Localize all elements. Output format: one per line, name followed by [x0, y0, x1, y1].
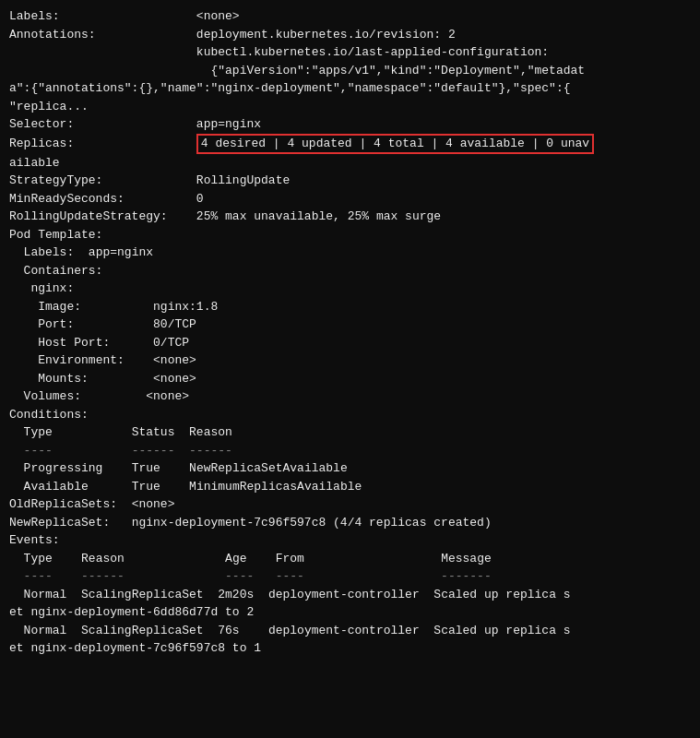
minready-label: MinReadySeconds:	[9, 192, 196, 206]
pod-labels-line: Labels: app=nginx	[9, 244, 691, 262]
env-value: <none>	[153, 353, 196, 367]
replicas-label: Replicas:	[9, 137, 196, 150]
replicas-cont-line: ailable	[9, 154, 691, 173]
port-label: Port:	[38, 317, 74, 331]
image-line: Image: nginx:1.8	[9, 298, 691, 316]
cond-progressing-status: True	[132, 461, 160, 475]
selector-value: app=nginx	[196, 117, 261, 131]
volumes-line: Volumes: <none>	[9, 387, 691, 406]
evt1-line: Normal ScalingReplicaSet 2m20s deploymen…	[9, 586, 691, 604]
evt2-line: Normal ScalingReplicaSet 76s deployment-…	[9, 622, 691, 640]
cond-available-status: True	[132, 480, 160, 494]
cond-progressing-type: Progressing	[24, 461, 103, 475]
cond-available-type: Available	[24, 480, 89, 494]
cond-header-line: Type Status Reason	[9, 423, 691, 442]
annotations-line-4: a":{"annotations":{},"name":"nginx-deplo…	[9, 79, 691, 98]
selector-label: Selector:	[9, 117, 196, 131]
volumes-label: Volumes:	[24, 389, 81, 403]
nginx-line: nginx:	[9, 280, 691, 298]
oldreplica-value: <none>	[132, 497, 175, 511]
evt-separator: ---- ------ ---- ---- -------	[24, 569, 492, 583]
containers-label: Containers:	[24, 264, 103, 278]
evt-message-header: Message	[441, 552, 492, 565]
labels-line: Labels: <none>	[9, 7, 691, 26]
terminal-output: Labels: <none> Annotations: deployment.k…	[0, 0, 700, 665]
newreplica-label: NewReplicaSet:	[9, 516, 110, 530]
evt2-type: Normal	[24, 624, 67, 637]
strategy-label: StrategyType:	[9, 173, 196, 187]
evt1-age: 2m20s	[218, 588, 254, 601]
evt2-from: deployment-controller	[268, 624, 420, 637]
evt2-cont-line: et nginx-deployment-7c96f597c8 to 1	[9, 639, 691, 658]
evt2-age: 76s	[218, 624, 239, 637]
cond-progressing-line: Progressing True NewReplicaSetAvailable	[9, 459, 691, 478]
newreplica-line: NewReplicaSet: nginx-deployment-7c96f597…	[9, 514, 691, 532]
evt-header-line: Type Reason Age From Message	[9, 550, 691, 568]
hostport-line: Host Port: 0/TCP	[9, 334, 691, 352]
image-value: nginx:1.8	[153, 300, 218, 314]
evt1-type: Normal	[24, 588, 67, 601]
hostport-label: Host Port:	[38, 336, 110, 350]
evt-from-header: From	[276, 552, 304, 565]
replicas-value: 4 desired | 4 updated | 4 total | 4 avai…	[196, 134, 594, 154]
mounts-label: Mounts:	[38, 372, 89, 386]
cond-progressing-reason: NewReplicaSetAvailable	[189, 461, 348, 475]
annotations-label: Annotations:	[9, 28, 196, 42]
labels-label: Labels:	[9, 9, 196, 23]
labels-value: <none>	[196, 9, 240, 23]
minready-value: 0	[196, 192, 204, 206]
cond-sep-line: ---- ------ ------	[9, 442, 691, 460]
events-line: Events:	[9, 531, 691, 550]
oldreplica-label: OldReplicaSets:	[9, 497, 117, 511]
annotations-line-3: {"apiVersion":"apps/v1","kind":"Deployme…	[9, 62, 691, 80]
cond-available-line: Available True MinimumReplicasAvailable	[9, 478, 691, 496]
mounts-value: <none>	[153, 372, 196, 386]
replicas-line: Replicas: 4 desired | 4 updated | 4 tota…	[9, 134, 691, 154]
evt1-reason: ScalingReplicaSet	[81, 588, 204, 601]
containers-line: Containers:	[9, 262, 691, 280]
rolling-label: RollingUpdateStrategy:	[9, 209, 196, 223]
evt2-message: Scaled up replica s	[433, 624, 570, 637]
evt1-message: Scaled up replica s	[433, 588, 570, 601]
pod-template-label: Pod Template:	[9, 228, 102, 242]
annotations-line-5: "replica...	[9, 98, 691, 116]
evt1-cont-line: et nginx-deployment-6dd86d77d to 2	[9, 603, 691, 622]
evt2-reason: ScalingReplicaSet	[81, 624, 204, 637]
annotations-line-2: kubectl.kubernetes.io/last-applied-confi…	[9, 43, 691, 62]
oldreplica-line: OldReplicaSets: <none>	[9, 495, 691, 514]
pod-labels-label: Labels:	[24, 245, 75, 259]
evt-age-header: Age	[225, 552, 246, 565]
port-line: Port: 80/TCP	[9, 315, 691, 334]
selector-line: Selector: app=nginx	[9, 115, 691, 134]
nginx-label: nginx:	[30, 281, 74, 295]
env-label: Environment:	[38, 353, 125, 367]
events-label: Events:	[9, 533, 60, 547]
mounts-line: Mounts: <none>	[9, 370, 691, 388]
pod-labels-value: app=nginx	[89, 245, 153, 259]
hostport-value: 0/TCP	[153, 336, 189, 350]
strategy-line: StrategyType: RollingUpdate	[9, 172, 691, 190]
evt-type-header: Type	[24, 552, 53, 565]
minready-line: MinReadySeconds: 0	[9, 190, 691, 208]
conditions-line: Conditions:	[9, 406, 691, 424]
pod-template-line: Pod Template:	[9, 226, 691, 244]
rolling-value: 25% max unavailable, 25% max surge	[196, 209, 441, 223]
env-line: Environment: <none>	[9, 351, 691, 370]
cond-available-reason: MinimumReplicasAvailable	[189, 480, 362, 494]
cond-type-header: Type Status Reason	[24, 425, 232, 439]
conditions-label: Conditions:	[9, 408, 89, 422]
rolling-line: RollingUpdateStrategy: 25% max unavailab…	[9, 208, 691, 226]
evt-sep-line: ---- ------ ---- ---- -------	[9, 567, 691, 586]
volumes-value: <none>	[146, 389, 189, 403]
cond-separator: ---- ------ ------	[24, 444, 232, 458]
strategy-value: RollingUpdate	[196, 173, 290, 187]
annotations-line-1: Annotations: deployment.kubernetes.io/re…	[9, 26, 691, 44]
port-value: 80/TCP	[153, 317, 196, 331]
image-label: Image:	[38, 300, 81, 314]
evt1-from: deployment-controller	[268, 588, 420, 601]
evt-reason-header: Reason	[81, 552, 125, 565]
annotations-value-1: deployment.kubernetes.io/revision: 2	[196, 28, 456, 42]
newreplica-value: nginx-deployment-7c96f597c8 (4/4 replica…	[132, 516, 492, 530]
